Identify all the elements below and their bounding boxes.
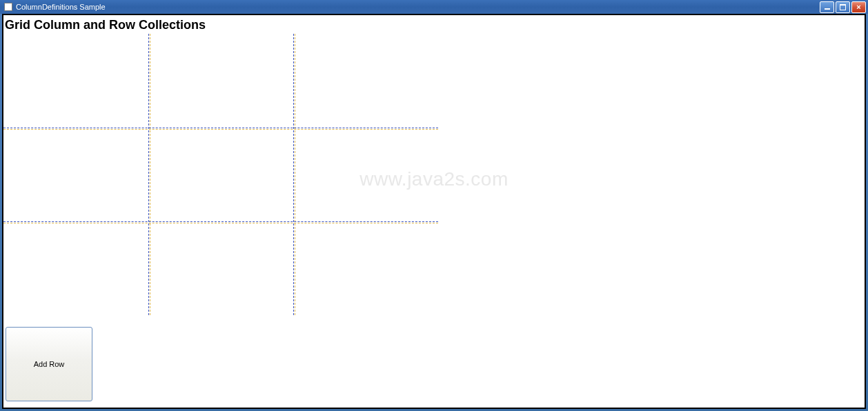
close-icon: × (856, 3, 860, 11)
application-window: ColumnDefinitions Sample × Grid Column a… (0, 0, 868, 411)
button-panel: Add Row (3, 325, 865, 408)
maximize-icon (840, 4, 846, 10)
add-row-button[interactable]: Add Row (6, 327, 92, 401)
grid-row-divider (3, 221, 438, 222)
page-title: Grid Column and Row Collections (3, 15, 865, 34)
grid-column-divider (148, 34, 149, 315)
maximize-button[interactable] (836, 1, 850, 13)
app-icon (4, 3, 12, 11)
client-area: Grid Column and Row Collections www.java… (2, 14, 866, 409)
grid-column-divider (293, 34, 294, 315)
content-area: www.java2s.com (3, 34, 865, 325)
window-controls: × (820, 1, 866, 13)
window-title: ColumnDefinitions Sample (16, 3, 820, 11)
close-button[interactable]: × (851, 1, 866, 13)
grid-row-divider (3, 128, 438, 128)
minimize-button[interactable] (820, 1, 834, 13)
titlebar: ColumnDefinitions Sample × (0, 0, 868, 14)
grid-demo (3, 34, 438, 315)
minimize-icon (825, 8, 830, 10)
